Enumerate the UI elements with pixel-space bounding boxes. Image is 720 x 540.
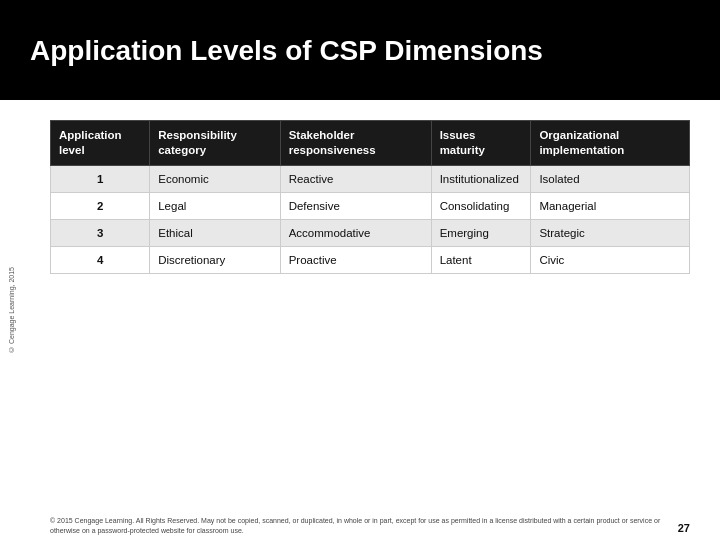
- copyright-side-text: © Cengage Learning, 2015: [8, 267, 15, 353]
- table-cell-r1-c2: Defensive: [280, 192, 431, 219]
- slide-title: Application Levels of CSP Dimensions: [30, 33, 543, 68]
- slide-header: Application Levels of CSP Dimensions: [0, 0, 720, 100]
- table-cell-r2-c1: Ethical: [150, 219, 280, 246]
- table-cell-r3-c0: 4: [51, 246, 150, 273]
- content-area: © Cengage Learning, 2015 Application lev…: [0, 100, 720, 540]
- table-wrapper: Application level Responsibility categor…: [40, 110, 700, 510]
- table-row: 2LegalDefensiveConsolidatingManagerial: [51, 192, 690, 219]
- table-row: 1EconomicReactiveInstitutionalizedIsolat…: [51, 165, 690, 192]
- table-row: 3EthicalAccommodativeEmergingStrategic: [51, 219, 690, 246]
- table-cell-r2-c3: Emerging: [431, 219, 531, 246]
- col-header-responsibility: Responsibility category: [150, 121, 280, 166]
- page-number: 27: [670, 521, 690, 536]
- table-header-row: Application level Responsibility categor…: [51, 121, 690, 166]
- table-cell-r0-c0: 1: [51, 165, 150, 192]
- col-header-stakeholder: Stakeholder responsiveness: [280, 121, 431, 166]
- table-cell-r3-c2: Proactive: [280, 246, 431, 273]
- col-header-issues: Issues maturity: [431, 121, 531, 166]
- col-header-organizational: Organizational implementation: [531, 121, 690, 166]
- table-cell-r0-c1: Economic: [150, 165, 280, 192]
- table-cell-r2-c0: 3: [51, 219, 150, 246]
- table-cell-r3-c3: Latent: [431, 246, 531, 273]
- table-row: 4DiscretionaryProactiveLatentCivic: [51, 246, 690, 273]
- table-cell-r1-c3: Consolidating: [431, 192, 531, 219]
- table-cell-r1-c0: 2: [51, 192, 150, 219]
- footer-copyright: © 2015 Cengage Learning. All Rights Rese…: [50, 516, 670, 536]
- table-cell-r2-c4: Strategic: [531, 219, 690, 246]
- table-cell-r0-c3: Institutionalized: [431, 165, 531, 192]
- table-cell-r2-c2: Accommodative: [280, 219, 431, 246]
- csp-table: Application level Responsibility categor…: [50, 120, 690, 274]
- table-cell-r1-c4: Managerial: [531, 192, 690, 219]
- copyright-side: © Cengage Learning, 2015: [8, 120, 15, 500]
- table-cell-r3-c1: Discretionary: [150, 246, 280, 273]
- table-cell-r3-c4: Civic: [531, 246, 690, 273]
- table-cell-r0-c4: Isolated: [531, 165, 690, 192]
- slide-container: Application Levels of CSP Dimensions © C…: [0, 0, 720, 540]
- table-cell-r0-c2: Reactive: [280, 165, 431, 192]
- footer: © 2015 Cengage Learning. All Rights Rese…: [40, 510, 700, 540]
- table-cell-r1-c1: Legal: [150, 192, 280, 219]
- col-header-application-level: Application level: [51, 121, 150, 166]
